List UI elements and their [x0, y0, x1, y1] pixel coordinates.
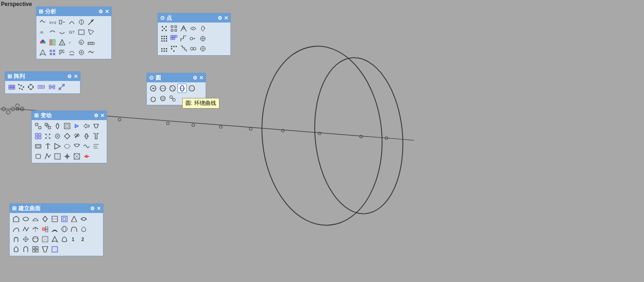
tool-analysis-3[interactable]: [58, 17, 67, 27]
tool-circle-8[interactable]: [168, 94, 177, 103]
tool-surface-17[interactable]: [12, 235, 21, 244]
tool-analysis-11[interactable]: [77, 28, 86, 37]
panel-circle-gear[interactable]: ⚙: [193, 75, 197, 81]
tool-circle-3[interactable]: [168, 84, 177, 93]
tool-surface-26[interactable]: [40, 245, 50, 254]
tool-transform-9[interactable]: [43, 132, 52, 141]
tool-analysis-5[interactable]: [77, 17, 86, 27]
tool-transform-3[interactable]: [53, 121, 62, 131]
tool-transform-7[interactable]: [92, 121, 101, 131]
tool-transform-arrow[interactable]: [82, 152, 91, 161]
panel-transform-header[interactable]: ⊞ 变动 ⚙ ✕: [32, 111, 107, 120]
tool-transform-10[interactable]: [53, 132, 62, 141]
tool-surface-16[interactable]: [79, 224, 88, 234]
tool-surface-9[interactable]: [12, 224, 21, 234]
panel-surface-close[interactable]: ✕: [97, 206, 101, 212]
panel-circle-header[interactable]: ⊙ 圆 ⚙ ✕: [147, 73, 206, 82]
tool-surface-5[interactable]: [50, 214, 59, 224]
tool-transform-19[interactable]: [72, 142, 81, 151]
tool-analysis-10[interactable]: G?: [67, 28, 76, 37]
tool-analysis-4[interactable]: [67, 17, 76, 27]
panel-surface-header[interactable]: ⊞ 建立曲面 ⚙ ✕: [10, 204, 103, 213]
tool-points-12[interactable]: [169, 44, 178, 53]
tool-transform-22[interactable]: [34, 152, 43, 161]
tool-transform-12[interactable]: [72, 132, 81, 141]
tool-points-8[interactable]: [179, 34, 188, 43]
tool-analysis-1[interactable]: [38, 17, 47, 27]
tool-points-2[interactable]: [169, 24, 178, 33]
tool-analysis-6[interactable]: [86, 17, 96, 27]
tool-points-5[interactable]: [198, 24, 207, 33]
tool-transform-24[interactable]: [53, 152, 62, 161]
tool-transform-20[interactable]: [82, 142, 91, 151]
tool-points-14[interactable]: [189, 44, 198, 53]
tool-surface-20[interactable]: [40, 235, 50, 244]
tool-circle-5[interactable]: [187, 84, 196, 93]
panel-analysis-header[interactable]: ⊞ 分析 ⚙ ✕: [36, 7, 111, 16]
tool-analysis-20[interactable]: [48, 48, 57, 57]
tool-transform-23[interactable]: [43, 152, 52, 161]
tool-array-2[interactable]: [17, 82, 26, 92]
panel-array-header[interactable]: ⊞ 阵列 ⚙ ✕: [5, 72, 80, 81]
tool-array-6[interactable]: [57, 82, 66, 92]
tool-surface-21[interactable]: [50, 235, 59, 244]
tool-surface-6[interactable]: [60, 214, 69, 224]
tool-transform-5[interactable]: [72, 121, 81, 131]
tool-surface-10[interactable]: [21, 224, 30, 234]
tool-array-3[interactable]: [26, 82, 35, 92]
tool-analysis-15[interactable]: [58, 38, 67, 47]
tool-surface-22[interactable]: [60, 235, 69, 244]
tool-transform-11[interactable]: [63, 132, 72, 141]
panel-transform-close[interactable]: ✕: [100, 113, 104, 119]
tool-analysis-9[interactable]: [58, 28, 67, 37]
tool-transform-25[interactable]: [63, 152, 72, 161]
tool-analysis-24[interactable]: [86, 48, 96, 57]
tool-analysis-16[interactable]: ✓: [67, 38, 76, 47]
tool-analysis-2[interactable]: XYZ: [48, 17, 57, 27]
tool-transform-13[interactable]: [82, 132, 91, 141]
tool-points-6[interactable]: [160, 34, 169, 43]
tool-analysis-8[interactable]: [48, 28, 57, 37]
tool-analysis-18[interactable]: 123: [86, 38, 96, 47]
tool-surface-num1[interactable]: 1: [69, 235, 79, 244]
tool-surface-12[interactable]: [40, 224, 50, 234]
tool-surface-15[interactable]: [69, 224, 79, 234]
panel-circle-close[interactable]: ✕: [199, 75, 203, 81]
panel-array-close[interactable]: ✕: [74, 74, 78, 80]
panel-points-header[interactable]: ⊙ 点 ⚙ ✕: [158, 13, 230, 23]
tool-surface-1[interactable]: [12, 214, 21, 224]
tool-circle-around-curve[interactable]: [178, 84, 187, 93]
tool-surface-8[interactable]: [79, 214, 88, 224]
tool-analysis-19[interactable]: [38, 48, 47, 57]
tool-surface-23[interactable]: [12, 245, 21, 254]
tool-analysis-21[interactable]: [58, 48, 67, 57]
panel-array-gear[interactable]: ⚙: [67, 74, 72, 80]
tool-surface-19[interactable]: [31, 235, 40, 244]
tool-transform-26[interactable]: [72, 152, 81, 161]
tool-surface-13[interactable]: [50, 224, 59, 234]
tool-surface-2[interactable]: [21, 214, 30, 224]
tool-points-11[interactable]: [160, 44, 169, 53]
tool-transform-21[interactable]: [92, 142, 101, 151]
tool-surface-25[interactable]: [31, 245, 40, 254]
tool-circle-6[interactable]: [149, 94, 158, 103]
tool-array-5[interactable]: [47, 82, 57, 92]
tool-points-4[interactable]: [189, 24, 198, 33]
tool-surface-4[interactable]: [40, 214, 50, 224]
tool-surface-14[interactable]: [60, 224, 69, 234]
tool-transform-14[interactable]: [92, 132, 101, 141]
tool-analysis-12[interactable]: [86, 28, 96, 37]
tool-analysis-22[interactable]: [67, 48, 76, 57]
tool-circle-center-radius[interactable]: [149, 84, 158, 93]
tool-analysis-7[interactable]: -R-: [38, 28, 47, 37]
tool-transform-16[interactable]: [43, 142, 52, 151]
tool-transform-1[interactable]: [34, 121, 43, 131]
tool-analysis-13[interactable]: [38, 38, 47, 47]
tool-surface-24[interactable]: [21, 245, 30, 254]
tool-surface-7[interactable]: [69, 214, 79, 224]
tool-points-7[interactable]: [169, 34, 178, 43]
tool-analysis-14[interactable]: [48, 38, 57, 47]
tool-transform-8[interactable]: [34, 132, 43, 141]
tool-points-1[interactable]: [160, 24, 169, 33]
tool-points-10[interactable]: [198, 34, 207, 43]
